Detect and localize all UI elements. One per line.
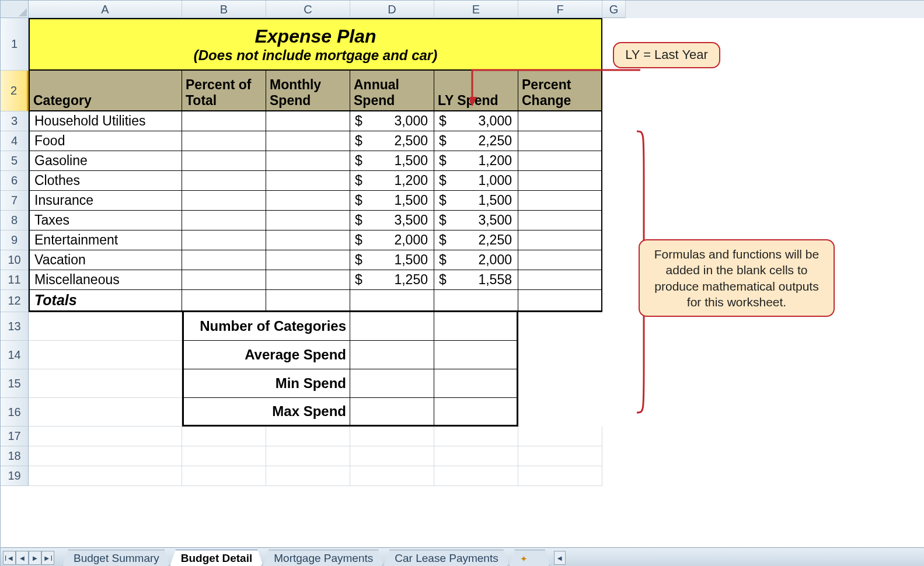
row-header[interactable]: 8: [1, 211, 29, 230]
cell-ly-spend[interactable]: $1,558: [434, 270, 518, 290]
cell-category[interactable]: Food: [29, 131, 182, 151]
col-header-G[interactable]: G: [602, 1, 626, 18]
cell-monthly-spend[interactable]: [266, 230, 350, 250]
cell-num-categories-D[interactable]: [350, 312, 434, 341]
cell-percent-total[interactable]: [182, 151, 266, 171]
row-header[interactable]: 7: [1, 191, 29, 211]
row-header[interactable]: 2: [1, 71, 29, 111]
cell-category[interactable]: Taxes: [29, 211, 182, 230]
tab-car-lease-payments[interactable]: Car Lease Payments: [383, 550, 509, 566]
col-header-C[interactable]: C: [266, 1, 350, 18]
cell-monthly-spend[interactable]: [266, 151, 350, 171]
cell-annual-spend[interactable]: $3,500: [350, 211, 434, 230]
label-avg-spend[interactable]: Average Spend: [182, 341, 350, 369]
tab-scroll-left[interactable]: ◄: [554, 551, 566, 565]
row-header[interactable]: 16: [1, 398, 29, 427]
select-all-corner[interactable]: [1, 1, 29, 18]
cell-monthly-spend[interactable]: [266, 250, 350, 270]
cell-percent-total[interactable]: [182, 230, 266, 250]
cell-annual-spend[interactable]: $1,200: [350, 171, 434, 191]
totals-D[interactable]: [350, 290, 434, 312]
cell-ly-spend[interactable]: $2,000: [434, 250, 518, 270]
tab-budget-summary[interactable]: Budget Summary: [62, 550, 170, 566]
row-header[interactable]: 13: [1, 312, 29, 341]
row-header[interactable]: 12: [1, 290, 29, 312]
cell-monthly-spend[interactable]: [266, 111, 350, 131]
col-header-F[interactable]: F: [518, 1, 602, 18]
hdr-ly-spend[interactable]: LY Spend: [434, 71, 518, 111]
cell-category[interactable]: Insurance: [29, 191, 182, 211]
cell-category[interactable]: Miscellaneous: [29, 270, 182, 290]
tab-nav-first[interactable]: I◄: [3, 551, 16, 565]
col-header-B[interactable]: B: [182, 1, 266, 18]
row-header[interactable]: 15: [1, 369, 29, 398]
cell-percent-total[interactable]: [182, 211, 266, 230]
title-merged-cell[interactable]: Expense Plan (Does not include mortgage …: [29, 18, 602, 71]
tab-mortgage-payments[interactable]: Mortgage Payments: [263, 550, 384, 566]
col-header-A[interactable]: A: [29, 1, 182, 18]
row-header[interactable]: 3: [1, 111, 29, 131]
totals-E[interactable]: [434, 290, 518, 312]
blank-row[interactable]: [29, 446, 630, 466]
cell-ly-spend[interactable]: $1,500: [434, 191, 518, 211]
hdr-category[interactable]: Category: [29, 71, 182, 111]
row-header[interactable]: 1: [1, 18, 29, 71]
col-header-D[interactable]: D: [350, 1, 434, 18]
cell-num-categories-E[interactable]: [434, 312, 518, 341]
cell-percent-change[interactable]: [518, 211, 602, 230]
row-header[interactable]: 17: [1, 427, 29, 446]
totals-B[interactable]: [182, 290, 266, 312]
cell-annual-spend[interactable]: $1,250: [350, 270, 434, 290]
cell-ly-spend[interactable]: $3,000: [434, 111, 518, 131]
cell-annual-spend[interactable]: $1,500: [350, 151, 434, 171]
cell-percent-change[interactable]: [518, 230, 602, 250]
cell-max-spend-D[interactable]: [350, 398, 434, 427]
col-header-E[interactable]: E: [434, 1, 518, 18]
cell-category[interactable]: Entertainment: [29, 230, 182, 250]
hdr-percent-total[interactable]: Percent of Total: [182, 71, 266, 111]
row-header[interactable]: 18: [1, 446, 29, 466]
cell-percent-change[interactable]: [518, 151, 602, 171]
tab-budget-detail[interactable]: Budget Detail: [170, 550, 263, 566]
cell-percent-change[interactable]: [518, 131, 602, 151]
tab-nav-last[interactable]: ►I: [41, 551, 54, 565]
cell-percent-change[interactable]: [518, 171, 602, 191]
cell-percent-total[interactable]: [182, 171, 266, 191]
cell-ly-spend[interactable]: $3,500: [434, 211, 518, 230]
new-sheet-tab[interactable]: ✦: [509, 550, 551, 566]
totals-C[interactable]: [266, 290, 350, 312]
cell-percent-total[interactable]: [182, 191, 266, 211]
row-header[interactable]: 6: [1, 171, 29, 191]
blank-row[interactable]: [29, 466, 630, 486]
row-header[interactable]: 5: [1, 151, 29, 171]
cell-percent-change[interactable]: [518, 270, 602, 290]
hdr-monthly-spend[interactable]: Monthly Spend: [266, 71, 350, 111]
row-header[interactable]: 14: [1, 341, 29, 369]
cell-category[interactable]: Household Utilities: [29, 111, 182, 131]
blank-row[interactable]: [29, 427, 630, 446]
cell-annual-spend[interactable]: $1,500: [350, 250, 434, 270]
row-header[interactable]: 19: [1, 466, 29, 486]
tab-nav-prev[interactable]: ◄: [16, 551, 29, 565]
cell-monthly-spend[interactable]: [266, 131, 350, 151]
tab-nav-next[interactable]: ►: [29, 551, 41, 565]
cell-ly-spend[interactable]: $1,200: [434, 151, 518, 171]
row-header[interactable]: 10: [1, 250, 29, 270]
cell-max-spend-E[interactable]: [434, 398, 518, 427]
cell-percent-total[interactable]: [182, 131, 266, 151]
label-min-spend[interactable]: Min Spend: [182, 369, 350, 398]
cell-category[interactable]: Gasoline: [29, 151, 182, 171]
cell-percent-change[interactable]: [518, 250, 602, 270]
cell-monthly-spend[interactable]: [266, 171, 350, 191]
cell-ly-spend[interactable]: $2,250: [434, 230, 518, 250]
cell-avg-spend-E[interactable]: [434, 341, 518, 369]
cell-annual-spend[interactable]: $1,500: [350, 191, 434, 211]
row-header[interactable]: 9: [1, 230, 29, 250]
cell-ly-spend[interactable]: $1,000: [434, 171, 518, 191]
hdr-percent-change[interactable]: Percent Change: [518, 71, 602, 111]
cell-percent-total[interactable]: [182, 270, 266, 290]
cell-min-spend-E[interactable]: [434, 369, 518, 398]
label-num-categories[interactable]: Number of Categories: [182, 312, 350, 341]
totals-F[interactable]: [518, 290, 602, 312]
cell-percent-total[interactable]: [182, 250, 266, 270]
